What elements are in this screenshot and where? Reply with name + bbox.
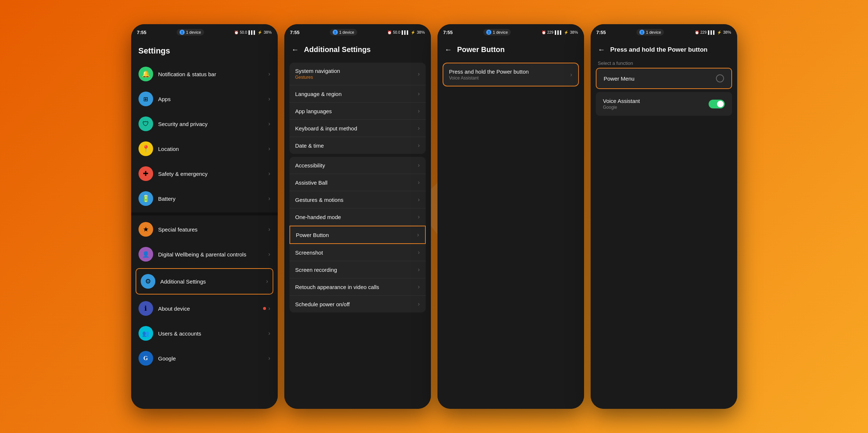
gestures-label: Gestures & motions xyxy=(295,197,418,203)
accessibility-label: Accessibility xyxy=(295,162,418,169)
settings-item-accessibility[interactable]: Accessibility › xyxy=(289,157,426,174)
settings-item-additional[interactable]: ⚙ Additional Settings › xyxy=(136,268,273,295)
applang-text: App languages xyxy=(295,108,418,114)
settings-item-users[interactable]: 👥 Users & accounts › xyxy=(131,321,278,346)
device-label-2: 1 device xyxy=(339,30,354,34)
alarm-icon-1: ⏰ xyxy=(234,30,239,34)
phone4-content: ← Press and hold the Power button Select… xyxy=(591,40,737,409)
settings-item-safety[interactable]: ✚ Safety & emergency › xyxy=(131,161,278,186)
security-icon: 🛡 xyxy=(138,116,153,131)
gestures-chevron: › xyxy=(418,196,420,203)
safety-label: Safety & emergency xyxy=(158,171,269,177)
signal-text-4: 229 xyxy=(701,30,707,34)
back-arrow-4[interactable]: ← xyxy=(598,45,605,54)
radio-item-power-menu[interactable]: Power Menu xyxy=(596,69,731,88)
back-arrow-2[interactable]: ← xyxy=(292,45,299,54)
settings-item-sysnav[interactable]: System navigation Gestures › xyxy=(289,63,426,85)
settings-item-special[interactable]: ★ Special features › xyxy=(131,217,278,242)
device-badge-1: 👤 1 device xyxy=(177,29,204,36)
settings-item-applang[interactable]: App languages › xyxy=(289,103,426,120)
settings-item-keyboard[interactable]: Keyboard & input method › xyxy=(289,120,426,137)
settings-item-assistive[interactable]: Assistive Ball › xyxy=(289,174,426,191)
phone3-header: ← Power Button xyxy=(437,40,584,58)
phone3-content: ← Power Button Press and hold the Power … xyxy=(437,40,584,409)
settings-item-retouch[interactable]: Retouch appearance in video calls › xyxy=(289,278,426,296)
status-time-4: 7:55 xyxy=(596,30,606,35)
location-icon: 📍 xyxy=(138,141,153,156)
settings-item-screenshot[interactable]: Screenshot › xyxy=(289,244,426,261)
settings-item-screenrec[interactable]: Screen recording › xyxy=(289,261,426,278)
press-hold-chevron: › xyxy=(570,71,572,78)
apps-chevron: › xyxy=(268,96,270,102)
alarm-icon-4: ⏰ xyxy=(695,30,699,34)
about-chevron: › xyxy=(268,305,270,312)
voice-assistant-toggle[interactable] xyxy=(709,100,725,108)
status-time-3: 7:55 xyxy=(443,30,453,35)
status-center-2: 👤 1 device xyxy=(330,29,357,36)
power-menu-item[interactable]: Power Menu xyxy=(596,68,732,89)
settings-item-language[interactable]: Language & region › xyxy=(289,85,426,103)
location-chevron: › xyxy=(268,145,270,152)
wellbeing-text: Digital Wellbeing & parental controls xyxy=(158,251,269,258)
onehanded-text: One-handed mode xyxy=(295,214,418,220)
users-text: Users & accounts xyxy=(158,330,269,337)
voice-assistant-item[interactable]: Voice Assistant Google xyxy=(596,92,732,116)
notification-icon: 🔔 xyxy=(138,67,153,81)
settings-item-about[interactable]: ℹ About device › xyxy=(131,296,278,321)
onehanded-chevron: › xyxy=(418,214,420,220)
sysnav-text: System navigation Gestures xyxy=(295,68,418,80)
wellbeing-icon: 👤 xyxy=(138,247,153,262)
additional-chevron: › xyxy=(266,278,268,285)
users-icon: 👥 xyxy=(138,326,153,341)
battery-label: Battery xyxy=(158,196,269,202)
applang-chevron: › xyxy=(418,108,420,114)
bars-icon-2: ▌▌▌ xyxy=(402,30,409,34)
press-hold-subtitle: Voice Assistant xyxy=(449,75,570,81)
settings-item-wellbeing[interactable]: 👤 Digital Wellbeing & parental controls … xyxy=(131,242,278,267)
battery-4: 38% xyxy=(723,30,731,34)
settings-item-battery[interactable]: 🔋 Battery › xyxy=(131,186,278,211)
settings-item-google[interactable]: G Google › xyxy=(131,346,278,371)
voice-assistant-label: Voice Assistant xyxy=(603,98,709,104)
special-chevron: › xyxy=(268,226,270,233)
power-button-text: Power Button xyxy=(296,232,417,238)
power-button-chevron: › xyxy=(417,232,419,238)
onehanded-label: One-handed mode xyxy=(295,214,418,220)
bars-icon-1: ▌▌▌ xyxy=(248,30,256,34)
settings-item-apps[interactable]: ⊞ Apps › xyxy=(131,86,278,111)
signal-text-3: 229 xyxy=(547,30,554,34)
back-arrow-3[interactable]: ← xyxy=(445,45,452,54)
power-menu-radio[interactable] xyxy=(716,74,724,82)
settings-item-schedule[interactable]: Schedule power on/off › xyxy=(289,296,426,312)
settings-item-press-hold[interactable]: Press and hold the Power button Voice As… xyxy=(443,63,578,86)
phone3-title: Power Button xyxy=(457,45,505,54)
device-label-4: 1 device xyxy=(646,30,661,34)
about-label: About device xyxy=(158,306,263,312)
screenrec-chevron: › xyxy=(418,266,420,273)
settings-item-location[interactable]: 📍 Location › xyxy=(131,136,278,161)
bars-icon-3: ▌▌▌ xyxy=(555,30,562,34)
battery-text-group: Battery xyxy=(158,196,269,202)
phone-additional-settings: 7:55 👤 1 device ⏰ 50.0 ▌▌▌ ⚡ 38% ← Addit… xyxy=(284,24,431,409)
retouch-label: Retouch appearance in video calls xyxy=(295,284,418,290)
settings-item-onehanded[interactable]: One-handed mode › xyxy=(289,208,426,226)
apps-label: Apps xyxy=(158,96,269,102)
status-bar-4: 7:55 👤 1 device ⏰ 229 ▌▌▌ ⚡ 38% xyxy=(591,24,737,40)
settings-item-power-button[interactable]: Power Button › xyxy=(289,226,426,244)
divider-1 xyxy=(131,212,278,215)
alarm-icon-2: ⏰ xyxy=(387,30,392,34)
settings-item-gestures[interactable]: Gestures & motions › xyxy=(289,191,426,208)
keyboard-text: Keyboard & input method xyxy=(295,125,418,132)
google-chevron: › xyxy=(268,355,270,362)
special-text: Special features xyxy=(158,226,269,233)
settings-item-security[interactable]: 🛡 Security and privacy › xyxy=(131,111,278,136)
sysnav-chevron: › xyxy=(418,71,420,77)
select-function-label: Select a function xyxy=(591,58,640,69)
assistive-chevron: › xyxy=(418,179,420,186)
radio-item-voice-assistant[interactable]: Voice Assistant Google xyxy=(596,92,732,116)
phone-power-button: 7:55 👤 1 device ⏰ 229 ▌▌▌ ⚡ 38% ← Power … xyxy=(437,24,584,409)
signal-text-2: 50.0 xyxy=(393,30,400,34)
settings-item-notification[interactable]: 🔔 Notification & status bar › xyxy=(131,62,278,86)
status-bar-1: 7:55 👤 1 device ⏰ 50.0 ▌▌▌ ⚡ 38% xyxy=(131,24,278,40)
settings-item-datetime[interactable]: Date & time › xyxy=(289,137,426,154)
